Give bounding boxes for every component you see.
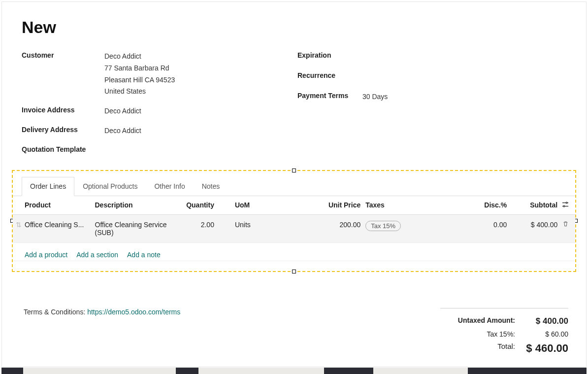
bottom-strip: [1, 368, 587, 374]
untaxed-amount-label: Untaxed Amount:: [440, 316, 524, 326]
svg-point-1: [566, 202, 567, 204]
selection-handle-icon[interactable]: [292, 270, 296, 273]
customer-addr1: 77 Santa Barbara Rd: [104, 63, 175, 74]
customer-addr3: United States: [104, 86, 175, 98]
order-lines-table: Product Description Quantity UoM Unit Pr…: [13, 196, 575, 261]
drag-handle-icon[interactable]: ⇅: [16, 221, 22, 229]
tab-bar: Order Lines Optional Products Other Info…: [13, 177, 575, 196]
invoice-address-value[interactable]: Deco Addict: [104, 105, 141, 117]
cell-taxes[interactable]: Tax 15%: [365, 221, 458, 231]
fields-area: Customer Deco Addict 77 Santa Barbara Rd…: [2, 37, 586, 170]
customer-value[interactable]: Deco Addict 77 Santa Barbara Rd Pleasant…: [104, 51, 175, 98]
delete-line-button[interactable]: [560, 221, 570, 229]
payment-terms-value[interactable]: 30 Days: [362, 91, 388, 103]
col-uom: UoM: [219, 201, 283, 209]
cell-subtotal: $ 400.00: [512, 221, 560, 229]
cell-description[interactable]: Office Cleaning Service (SUB): [95, 221, 173, 237]
col-taxes: Taxes: [365, 201, 458, 209]
columns-settings-button[interactable]: [560, 201, 570, 209]
terms-label: Terms & Conditions:: [24, 308, 87, 316]
cell-unit-price[interactable]: 200.00: [283, 221, 365, 229]
add-actions-row: Add a product Add a section Add a note: [13, 243, 575, 261]
cell-uom[interactable]: Units: [219, 221, 283, 229]
form-view: New Customer Deco Addict 77 Santa Barbar…: [1, 1, 587, 367]
customer-addr2: Pleasant Hill CA 94523: [104, 74, 175, 86]
col-subtotal: Subtotal: [512, 201, 560, 209]
totals-panel: Untaxed Amount: $ 400.00 Tax 15%: $ 60.0…: [440, 308, 568, 357]
untaxed-amount-value: $ 400.00: [524, 316, 568, 326]
col-product: Product: [25, 201, 95, 209]
invoice-address-label: Invoice Address: [22, 105, 104, 117]
total-value: $ 460.00: [524, 342, 568, 355]
right-column: Expiration Recurrence Payment Terms 30 D…: [297, 51, 566, 161]
col-quantity: Quantity: [173, 201, 219, 209]
col-unit-price: Unit Price: [283, 201, 365, 209]
table-header-row: Product Description Quantity UoM Unit Pr…: [13, 196, 575, 215]
tab-order-lines[interactable]: Order Lines: [22, 177, 74, 196]
tab-optional-products[interactable]: Optional Products: [74, 177, 146, 196]
terms-link[interactable]: https://demo5.odoo.com/terms: [87, 308, 180, 316]
page-title: New: [2, 2, 586, 37]
recurrence-label: Recurrence: [297, 71, 362, 79]
customer-label: Customer: [22, 51, 104, 98]
cell-product[interactable]: Office Cleaning S...: [25, 221, 95, 229]
tax-amount-label: Tax 15%:: [440, 330, 524, 338]
terms-and-conditions[interactable]: Terms & Conditions: https://demo5.odoo.c…: [24, 308, 180, 316]
delivery-address-label: Delivery Address: [22, 125, 104, 137]
table-row[interactable]: ⇅ Office Cleaning S... Office Cleaning S…: [13, 215, 575, 243]
payment-terms-label: Payment Terms: [297, 91, 362, 103]
total-label: Total:: [440, 342, 524, 355]
customer-name: Deco Addict: [104, 51, 175, 63]
delivery-address-value[interactable]: Deco Addict: [104, 125, 141, 137]
add-product-link[interactable]: Add a product: [25, 251, 67, 259]
trash-icon: [562, 221, 569, 229]
tax-badge[interactable]: Tax 15%: [365, 221, 401, 231]
highlighted-order-lines-region: Order Lines Optional Products Other Info…: [12, 170, 576, 272]
add-section-link[interactable]: Add a section: [76, 251, 118, 259]
tab-notes[interactable]: Notes: [194, 177, 229, 196]
tab-other-info[interactable]: Other Info: [146, 177, 193, 196]
quotation-template-label: Quotation Template: [22, 145, 104, 153]
col-description: Description: [95, 201, 173, 209]
expiration-label: Expiration: [297, 51, 362, 59]
cell-quantity[interactable]: 2.00: [173, 221, 219, 229]
left-column: Customer Deco Addict 77 Santa Barbara Rd…: [22, 51, 297, 161]
col-discount: Disc.%: [458, 201, 512, 209]
footer: Terms & Conditions: https://demo5.odoo.c…: [2, 298, 586, 362]
selection-handle-icon[interactable]: [292, 169, 296, 172]
svg-point-3: [563, 205, 565, 207]
sliders-icon: [562, 202, 569, 209]
cell-discount[interactable]: 0.00: [458, 221, 512, 229]
tax-amount-value: $ 60.00: [524, 330, 568, 338]
add-note-link[interactable]: Add a note: [127, 251, 161, 259]
